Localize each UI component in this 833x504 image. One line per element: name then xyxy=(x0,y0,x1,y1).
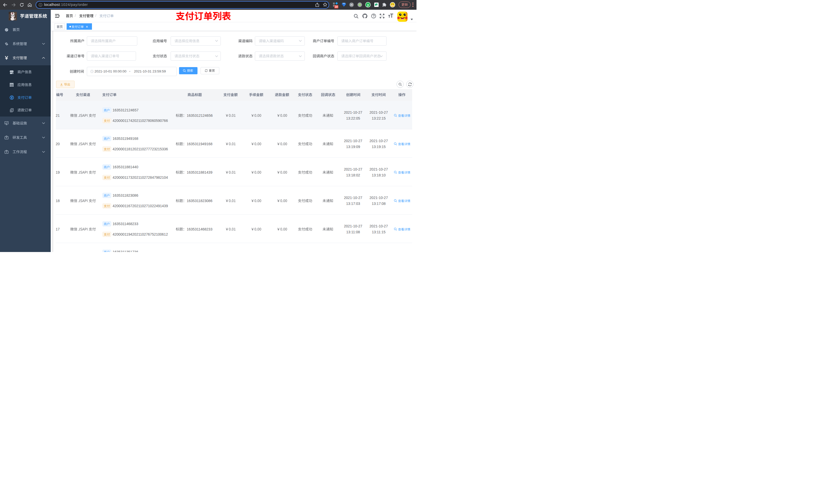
svg-text:10: 10 xyxy=(335,5,338,8)
svg-text:y: y xyxy=(367,3,369,7)
svg-text:⌘: ⌘ xyxy=(350,3,353,7)
